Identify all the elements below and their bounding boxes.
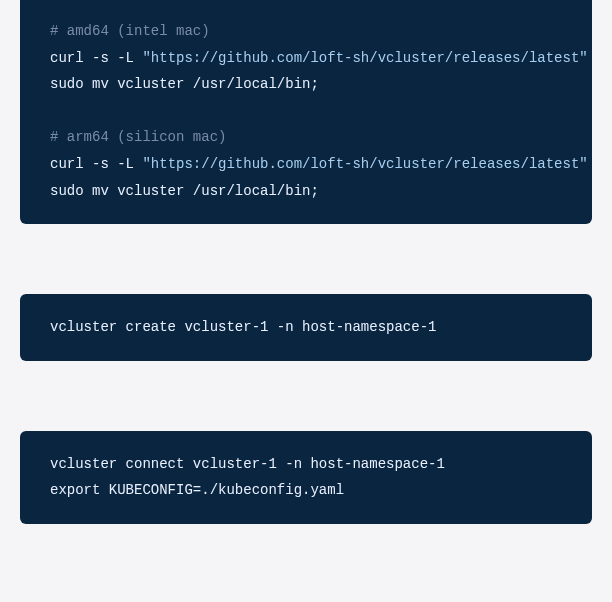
code-comment: # arm64 (silicon mac) [50, 129, 226, 145]
code-content: vcluster connect vcluster-1 -n host-name… [50, 451, 562, 504]
code-comment: # amd64 (intel mac) [50, 23, 210, 39]
code-text: sudo mv vcluster /usr/local/bin; [50, 76, 319, 92]
code-text: | sed -nE 's!.*"([^"]*vcluster-darwin-ar… [588, 156, 592, 172]
code-string: "https://github.com/loft-sh/vcluster/rel… [142, 156, 587, 172]
code-text: export KUBECONFIG=./kubeconfig.yaml [50, 482, 344, 498]
code-block-connect[interactable]: vcluster connect vcluster-1 -n host-name… [20, 431, 592, 524]
code-text: | sed -nE 's!.*"([^"]*vcluster-darwin-am… [588, 50, 592, 66]
code-text: vcluster create vcluster-1 -n host-names… [50, 319, 436, 335]
code-text: curl -s -L [50, 156, 142, 172]
code-string: "https://github.com/loft-sh/vcluster/rel… [142, 50, 587, 66]
code-block-install[interactable]: # amd64 (intel mac) curl -s -L "https://… [20, 0, 592, 224]
gap [0, 224, 612, 294]
gap [0, 361, 612, 431]
code-text: vcluster connect vcluster-1 -n host-name… [50, 456, 445, 472]
code-text: sudo mv vcluster /usr/local/bin; [50, 183, 319, 199]
code-content: vcluster create vcluster-1 -n host-names… [50, 314, 562, 341]
code-block-create[interactable]: vcluster create vcluster-1 -n host-names… [20, 294, 592, 361]
code-content: # amd64 (intel mac) curl -s -L "https://… [50, 18, 562, 204]
code-text: curl -s -L [50, 50, 142, 66]
